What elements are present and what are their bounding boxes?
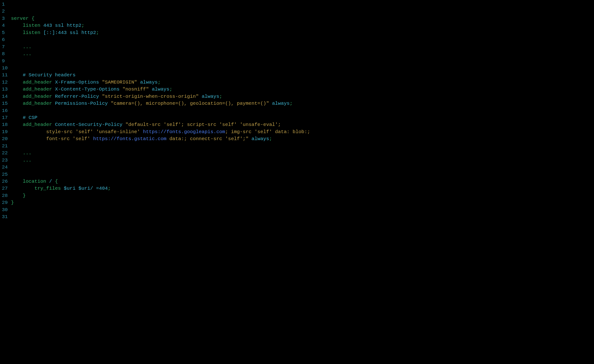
code-line[interactable]: ... bbox=[11, 51, 594, 57]
code-token bbox=[11, 100, 23, 107]
code-token: ; bbox=[96, 29, 99, 36]
code-token: https://fonts.googleapis.com bbox=[143, 128, 225, 135]
code-line[interactable]: listen 443 ssl http2; bbox=[11, 22, 594, 29]
code-line[interactable] bbox=[11, 171, 594, 178]
code-token bbox=[52, 100, 55, 107]
line-number: 28 bbox=[2, 192, 8, 199]
code-token: ... bbox=[23, 51, 32, 57]
code-area[interactable]: server { listen 443 ssl http2; listen [:… bbox=[11, 1, 594, 221]
line-number: 21 bbox=[2, 143, 8, 150]
code-token: "default-src 'self'; script-src 'self' '… bbox=[125, 121, 281, 128]
code-token: ; bbox=[81, 22, 84, 29]
code-line[interactable] bbox=[11, 107, 594, 114]
code-token bbox=[11, 44, 23, 51]
code-token: data:; connect-src 'self';" bbox=[166, 135, 249, 142]
line-number: 22 bbox=[2, 150, 8, 157]
code-token: https://fonts.gstatic.com bbox=[93, 135, 166, 142]
line-number: 11 bbox=[2, 72, 8, 79]
code-line[interactable]: try_files $uri $uri/ =404; bbox=[11, 185, 594, 192]
code-line[interactable]: style-src 'self' 'unsafe-inline' https:/… bbox=[11, 128, 594, 135]
line-number: 8 bbox=[2, 51, 5, 57]
code-token: always bbox=[199, 93, 219, 100]
code-line[interactable]: add_header Content-Security-Policy "defa… bbox=[11, 121, 594, 128]
code-line[interactable]: server { bbox=[11, 15, 594, 22]
line-number: 9 bbox=[2, 58, 5, 65]
code-line[interactable] bbox=[11, 36, 594, 43]
line-number-gutter: 1234567891011121314151617181920212223242… bbox=[0, 1, 11, 221]
code-line[interactable]: # CSP bbox=[11, 114, 594, 121]
line-number: 20 bbox=[2, 135, 8, 142]
code-line[interactable] bbox=[11, 65, 594, 72]
code-line[interactable]: ... bbox=[11, 44, 594, 51]
code-line[interactable]: ... bbox=[11, 157, 594, 164]
code-line[interactable] bbox=[11, 164, 594, 171]
code-line[interactable]: add_header Permissions-Policy "camera=()… bbox=[11, 100, 594, 107]
code-token: "nosniff" bbox=[122, 86, 149, 93]
code-token: listen bbox=[23, 29, 40, 36]
code-token: add_header bbox=[23, 79, 52, 86]
line-number: 6 bbox=[2, 36, 5, 43]
code-token: ; bbox=[219, 93, 222, 100]
line-number: 29 bbox=[2, 199, 8, 206]
code-token: Permissions-Policy bbox=[55, 100, 111, 107]
code-line[interactable] bbox=[11, 58, 594, 65]
line-number: 18 bbox=[2, 121, 8, 128]
code-line[interactable]: add_header X-Content-Type-Options "nosni… bbox=[11, 86, 594, 93]
code-token: ... bbox=[23, 150, 32, 157]
code-line[interactable] bbox=[11, 8, 594, 15]
code-line[interactable] bbox=[11, 1, 594, 8]
code-token: "strict-origin-when-cross-origin" bbox=[102, 93, 199, 100]
code-token: # Security headers bbox=[23, 72, 76, 79]
line-number: 12 bbox=[2, 79, 8, 86]
code-token: "SAMEORIGIN" bbox=[102, 79, 137, 86]
code-token: add_header bbox=[23, 86, 52, 93]
code-token bbox=[11, 128, 46, 135]
code-line[interactable] bbox=[11, 213, 594, 220]
code-token: { bbox=[55, 178, 58, 185]
code-token bbox=[11, 150, 23, 157]
code-editor[interactable]: 1234567891011121314151617181920212223242… bbox=[0, 0, 594, 222]
code-token: X-Frame-Options bbox=[55, 79, 102, 86]
line-number: 10 bbox=[2, 65, 8, 72]
code-token: add_header bbox=[23, 100, 52, 107]
code-token bbox=[52, 79, 55, 86]
code-line[interactable]: font-src 'self' https://fonts.gstatic.co… bbox=[11, 135, 594, 142]
code-token bbox=[11, 121, 23, 128]
line-number: 13 bbox=[2, 86, 8, 93]
line-number: 25 bbox=[2, 171, 8, 178]
line-number: 15 bbox=[2, 100, 8, 107]
code-line[interactable] bbox=[11, 206, 594, 213]
code-line[interactable]: location / { bbox=[11, 178, 594, 185]
line-number: 2 bbox=[2, 8, 5, 15]
code-token: # CSP bbox=[23, 114, 37, 121]
code-token: listen bbox=[23, 22, 40, 29]
code-token: location bbox=[23, 178, 46, 185]
line-number: 17 bbox=[2, 114, 8, 121]
code-line[interactable]: # Security headers bbox=[11, 72, 594, 79]
code-token: always bbox=[269, 100, 290, 107]
code-token: style-src 'self' 'unsafe-inline' bbox=[46, 128, 143, 135]
line-number: 30 bbox=[2, 206, 8, 213]
code-token bbox=[11, 114, 23, 121]
code-line[interactable]: add_header X-Frame-Options "SAMEORIGIN" … bbox=[11, 79, 594, 86]
code-line[interactable]: ... bbox=[11, 150, 594, 157]
code-line[interactable]: add_header Referrer-Policy "strict-origi… bbox=[11, 93, 594, 100]
code-token bbox=[52, 93, 55, 100]
code-token bbox=[11, 192, 23, 199]
code-token bbox=[11, 29, 23, 36]
code-token bbox=[11, 93, 23, 100]
code-line[interactable]: listen [::]:443 ssl http2; bbox=[11, 29, 594, 36]
code-token bbox=[11, 178, 23, 185]
line-number: 23 bbox=[2, 157, 8, 164]
line-number: 31 bbox=[2, 213, 8, 220]
code-token: $uri $uri/ =404 bbox=[64, 185, 108, 192]
code-line[interactable]: } bbox=[11, 199, 594, 206]
line-number: 5 bbox=[2, 29, 5, 36]
line-number: 27 bbox=[2, 185, 8, 192]
code-token: always bbox=[149, 86, 169, 93]
code-token: } bbox=[23, 192, 26, 199]
code-line[interactable]: } bbox=[11, 192, 594, 199]
line-number: 14 bbox=[2, 93, 8, 100]
code-token bbox=[40, 22, 43, 29]
code-line[interactable] bbox=[11, 143, 594, 150]
